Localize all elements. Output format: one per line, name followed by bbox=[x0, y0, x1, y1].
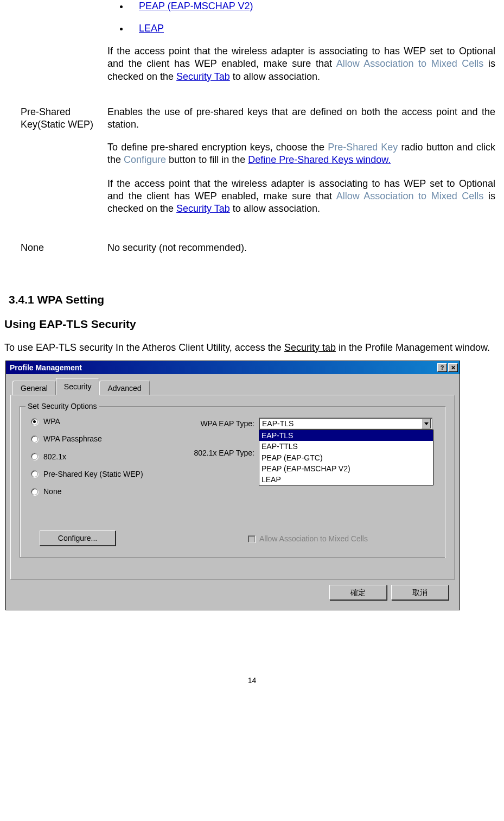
dialog-title: Profile Management bbox=[8, 363, 436, 372]
psk-p1: Enables the use of pre-shared keys that … bbox=[107, 106, 495, 131]
eap-type-dropdown-list[interactable]: EAP-TLS EAP-TTLS PEAP (EAP-GTC) PEAP (EA… bbox=[259, 430, 433, 485]
page-number: 14 bbox=[4, 675, 500, 685]
link-peap[interactable]: PEAP (EAP-MSCHAP V2) bbox=[139, 1, 253, 11]
link-leap[interactable]: LEAP bbox=[139, 23, 164, 34]
cancel-button[interactable]: 取消 bbox=[391, 585, 449, 600]
dropdown-option[interactable]: PEAP (EAP-GTC) bbox=[259, 452, 433, 463]
close-button[interactable]: ✕ bbox=[448, 363, 458, 372]
tab-general[interactable]: General bbox=[12, 381, 56, 395]
radio-icon bbox=[31, 418, 38, 425]
radio-none[interactable]: None bbox=[31, 487, 436, 496]
heading-eap-tls: Using EAP-TLS Security bbox=[4, 317, 500, 331]
radio-icon bbox=[31, 435, 38, 443]
wpa-note-paragraph: If the access point that the wireless ad… bbox=[107, 45, 495, 83]
dropdown-option[interactable]: LEAP bbox=[259, 474, 433, 485]
row-label-none: None bbox=[4, 242, 97, 254]
intro-paragraph: To use EAP-TLS security In the Atheros C… bbox=[4, 342, 495, 354]
radio-icon bbox=[31, 453, 38, 460]
heading-3-4-1: 3.4.1 WPA Setting bbox=[9, 292, 500, 307]
chevron-down-icon[interactable] bbox=[422, 419, 431, 428]
link-define-psk-window[interactable]: Define Pre-Shared Keys window. bbox=[248, 154, 391, 165]
combo-wpa-eap-type[interactable]: EAP-TLS bbox=[259, 418, 432, 430]
psk-p2: To define pre-shared encryption keys, ch… bbox=[107, 141, 495, 167]
dropdown-option[interactable]: PEAP (EAP-MSCHAP V2) bbox=[259, 463, 433, 474]
configure-button[interactable]: Configure... bbox=[40, 531, 116, 546]
text-pre-shared-key: Pre-Shared Key bbox=[328, 142, 398, 153]
dropdown-option[interactable]: EAP-TLS bbox=[259, 430, 433, 441]
groupbox-title: Set Security Options bbox=[25, 401, 99, 411]
dropdown-option[interactable]: EAP-TTLS bbox=[259, 441, 433, 452]
none-desc: No security (not recommended). bbox=[107, 242, 500, 254]
label-8021x-eap-type: 802.1x EAP Type: bbox=[183, 448, 259, 458]
radio-icon bbox=[31, 488, 38, 495]
label-wpa-eap-type: WPA EAP Type: bbox=[183, 419, 259, 428]
text-allow-mixed-2: Allow Association to Mixed Cells bbox=[336, 191, 484, 201]
checkbox-icon bbox=[248, 535, 255, 542]
set-security-options-group: Set Security Options WPA WPA Passphrase … bbox=[20, 406, 446, 558]
protocol-links-list: PEAP (EAP-MSCHAP V2) LEAP bbox=[107, 0, 495, 35]
profile-management-dialog: Profile Management ? ✕ General Security … bbox=[5, 361, 460, 610]
allow-mixed-cells-checkbox: Allow Association to Mixed Cells bbox=[248, 534, 368, 544]
tab-strip: General Security Advanced bbox=[10, 377, 455, 395]
text-configure: Configure bbox=[124, 154, 166, 165]
link-security-tab-1[interactable]: Security Tab bbox=[176, 71, 230, 82]
row-label-psk: Pre-Shared Key(Static WEP) bbox=[4, 106, 97, 225]
tab-security[interactable]: Security bbox=[56, 378, 100, 395]
psk-note-paragraph: If the access point that the wireless ad… bbox=[107, 178, 495, 216]
ok-button[interactable]: 確定 bbox=[329, 585, 387, 600]
text-allow-mixed: Allow Association to Mixed Cells bbox=[336, 58, 484, 69]
link-security-tab-2[interactable]: Security Tab bbox=[176, 203, 230, 214]
radio-icon bbox=[31, 470, 38, 477]
link-security-tab-3[interactable]: Security tab bbox=[284, 342, 336, 353]
help-button[interactable]: ? bbox=[437, 363, 447, 372]
tab-advanced[interactable]: Advanced bbox=[99, 381, 149, 395]
dialog-titlebar: Profile Management ? ✕ bbox=[6, 361, 460, 374]
